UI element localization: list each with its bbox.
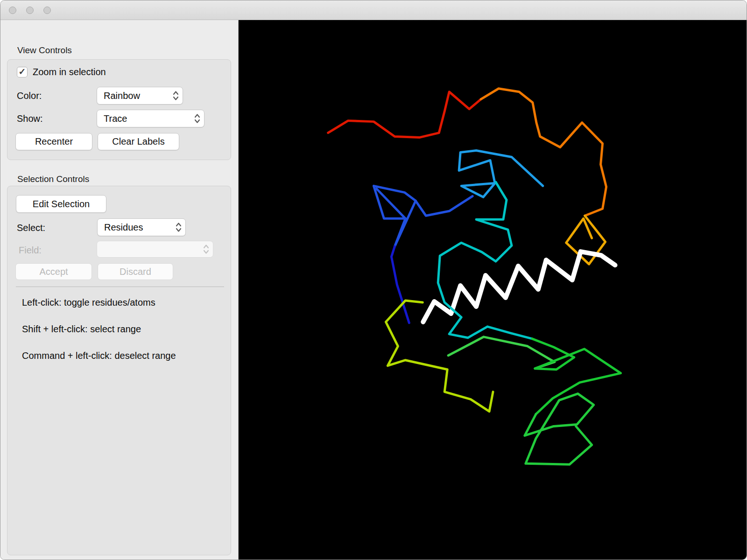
view-controls-group: ✓ Zoom in selection Color: Rainbow Show: [7,59,231,160]
trace-segment-green-2 [525,394,594,465]
window-controls [9,7,51,14]
show-dropdown-value: Trace [104,113,127,124]
help-text-command-click: Command + left-click: deselect range [22,350,176,361]
field-dropdown [97,241,213,258]
divider [16,287,224,287]
help-text-left-click: Left-click: toggle residues/atoms [22,297,155,308]
accept-button: Accept [15,263,92,280]
view-controls-heading: View Controls [17,45,72,56]
show-dropdown[interactable]: Trace [97,110,204,127]
checkbox-label: Zoom in selection [33,67,106,77]
color-dropdown[interactable]: Rainbow [97,87,183,105]
help-text-shift-click: Shift + left-click: select range [22,324,141,335]
trace-segment-blue-2 [395,201,416,246]
edit-selection-button[interactable]: Edit Selection [16,195,106,213]
chevron-up-down-icon [172,90,179,102]
select-dropdown[interactable]: Residues [97,218,186,236]
show-label: Show: [17,113,43,124]
molecule-viewport[interactable] [239,20,747,560]
zoom-in-selection-checkbox[interactable]: ✓ Zoom in selection [17,67,106,77]
field-label: Field: [19,245,42,256]
chevron-up-down-icon [203,243,210,255]
app-window: View Controls ✓ Zoom in selection Color:… [0,0,747,560]
discard-button: Discard [98,263,173,280]
trace-segment-yellow-green [386,301,493,412]
trace-segment-orange [481,89,606,216]
minimize-button[interactable] [26,7,34,14]
select-label: Select: [17,223,45,233]
selection-controls-heading: Selection Controls [17,174,89,184]
color-dropdown-value: Rainbow [104,91,140,101]
selection-controls-group: Edit Selection Select: Residues Field: [7,186,231,555]
color-label: Color: [17,91,42,101]
recenter-button[interactable]: Recenter [15,133,92,150]
select-dropdown-value: Residues [104,222,143,233]
check-icon: ✓ [19,67,26,76]
molecule-trace[interactable] [239,20,747,560]
title-bar[interactable] [0,0,747,20]
trace-segment-blue [374,186,472,218]
trace-segment-green-1 [532,339,621,414]
chevron-up-down-icon [194,112,201,125]
checkbox-box[interactable]: ✓ [17,67,28,77]
close-button[interactable] [9,7,16,14]
trace-segment-red [328,92,481,138]
sidebar: View Controls ✓ Zoom in selection Color:… [0,20,239,560]
chevron-up-down-icon [175,221,182,233]
clear-labels-button[interactable]: Clear Labels [98,133,179,150]
zoom-window-button[interactable] [43,7,51,14]
